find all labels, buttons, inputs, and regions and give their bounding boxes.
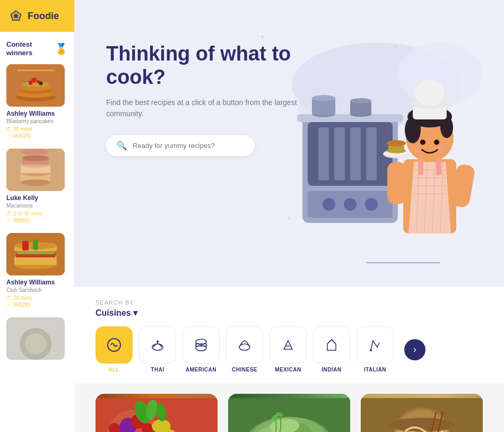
svg-point-85 <box>414 145 422 152</box>
stars-value: 380651 <box>13 218 30 223</box>
svg-rect-33 <box>22 241 29 250</box>
svg-point-82 <box>415 80 445 106</box>
search-input[interactable] <box>133 142 244 150</box>
svg-rect-68 <box>387 162 406 204</box>
cuisine-label: MEXICAN <box>275 367 301 373</box>
svg-point-83 <box>420 140 425 145</box>
star-icon: ☆ <box>6 302 11 308</box>
winner-stars: ☆ 459029 <box>6 133 68 139</box>
cuisine-icon-box <box>313 326 350 364</box>
winner-stars: ☆ 350289 <box>6 302 68 308</box>
svg-rect-34 <box>33 239 38 250</box>
svg-point-84 <box>434 140 439 145</box>
cuisine-icon-box <box>270 326 307 364</box>
trophy-icon: 🏅 <box>55 42 68 55</box>
winner-card[interactable] <box>6 317 68 360</box>
winner-card[interactable]: Ashley Williams Club Sandwich ⏱ 20 mins … <box>6 233 68 308</box>
winner-time: ⏱ 30 mins <box>6 126 68 132</box>
cuisine-icon-box <box>95 326 133 364</box>
cuisine-label: ITALIAN <box>364 367 386 373</box>
food-card[interactable] <box>95 394 218 432</box>
cuisine-label: CHINESE <box>232 367 257 373</box>
cuisine-american[interactable]: AMERICAN <box>183 326 220 373</box>
winner-card[interactable]: Luke Kelly Macaroons ⏱ 1 hr 30 mins ☆ 38… <box>6 149 68 223</box>
winner-image <box>6 64 65 107</box>
svg-marker-59 <box>409 162 451 234</box>
search-bar[interactable]: 🔍 <box>106 135 255 156</box>
svg-point-13 <box>39 82 43 85</box>
cuisine-icon-box <box>226 326 263 364</box>
hero-section: + + + + Thinking of what to cook? Find t… <box>74 0 504 287</box>
cuisine-mexican[interactable]: MEXICAN <box>270 326 307 373</box>
cuisine-indian[interactable]: INDIAN <box>313 326 350 373</box>
hero-subtitle: Find the best recipes at a click of a bu… <box>106 97 297 119</box>
winner-card[interactable]: Ashley Williams Blueberry pancakes ⏱ 30 … <box>6 64 68 139</box>
contest-header: Contest winners 🏅 <box>6 40 68 57</box>
svg-point-12 <box>31 77 37 83</box>
svg-point-86 <box>438 145 445 152</box>
stars-value: 459029 <box>13 133 30 139</box>
search-by-label: SEARCH BY <box>95 299 483 306</box>
cuisine-icon-box <box>139 326 176 364</box>
logo-area[interactable]: Foodie <box>0 0 74 32</box>
winner-dish: Blueberry pancakes <box>6 118 68 124</box>
food-card[interactable] <box>361 394 483 432</box>
cuisine-label: ALL <box>109 367 120 373</box>
cuisine-chinese[interactable]: CHINESE <box>226 326 263 373</box>
clock-icon: ⏱ <box>6 211 12 217</box>
cuisines-label[interactable]: Cuisines ▾ <box>95 308 137 318</box>
svg-rect-28 <box>14 256 57 265</box>
svg-point-75 <box>387 140 406 146</box>
cuisine-all[interactable]: ALL <box>95 326 133 373</box>
winner-meta: ⏱ 20 mins ☆ 350289 <box>6 295 68 308</box>
svg-point-14 <box>26 82 29 87</box>
svg-rect-45 <box>350 127 361 180</box>
svg-point-24 <box>22 155 49 161</box>
svg-point-91 <box>152 344 163 350</box>
cuisine-icon-box <box>357 326 394 364</box>
main-content: + + + + Thinking of what to cook? Find t… <box>74 0 504 432</box>
time-value: 1 hr 30 mins <box>13 211 42 217</box>
svg-rect-15 <box>17 70 54 71</box>
winner-name: Ashley Williams <box>6 110 68 117</box>
svg-point-37 <box>25 333 46 355</box>
winner-dish: Club Sandwich <box>6 287 68 293</box>
cuisine-next-button[interactable]: › <box>404 339 425 360</box>
winner-meta: ⏱ 30 mins ☆ 459029 <box>6 126 68 139</box>
winner-name: Luke Kelly <box>6 194 68 202</box>
star-icon: ☆ <box>6 218 11 223</box>
contest-title: Contest winners <box>6 40 51 57</box>
cuisine-thai[interactable]: THAI <box>139 326 176 373</box>
svg-point-57 <box>350 98 371 103</box>
svg-point-54 <box>312 95 335 101</box>
svg-point-48 <box>323 198 335 211</box>
stars-value: 350289 <box>13 302 30 308</box>
svg-point-20 <box>21 179 50 186</box>
svg-rect-46 <box>366 127 377 180</box>
winner-meta: ⏱ 1 hr 30 mins ☆ 380651 <box>6 211 68 223</box>
cuisines-row: ALL THAI AMERICAN CHINESE <box>95 326 483 373</box>
svg-point-78 <box>405 117 421 143</box>
winner-dish: Macaroons <box>6 203 68 209</box>
svg-point-50 <box>365 198 378 211</box>
winner-stars: ☆ 380651 <box>6 218 68 223</box>
svg-point-96 <box>370 349 372 351</box>
cuisines-text: Cuisines <box>95 308 131 318</box>
svg-point-9 <box>22 82 49 87</box>
food-card[interactable] <box>228 394 350 432</box>
winner-image <box>6 317 65 360</box>
cuisine-label: INDIAN <box>321 367 341 373</box>
logo-icon <box>8 8 23 23</box>
search-icon: 🔍 <box>117 141 127 151</box>
time-value: 20 mins <box>13 295 32 301</box>
svg-point-3 <box>14 14 18 18</box>
clock-icon: ⏱ <box>6 295 12 301</box>
cuisine-icon-box <box>183 326 220 364</box>
svg-rect-88 <box>436 159 441 175</box>
winner-image <box>6 149 65 191</box>
svg-rect-44 <box>334 127 345 180</box>
cuisine-italian[interactable]: ITALIAN <box>357 326 394 373</box>
clock-icon: ⏱ <box>6 126 12 132</box>
cuisine-label: AMERICAN <box>186 367 216 373</box>
winner-time: ⏱ 1 hr 30 mins <box>6 211 68 217</box>
